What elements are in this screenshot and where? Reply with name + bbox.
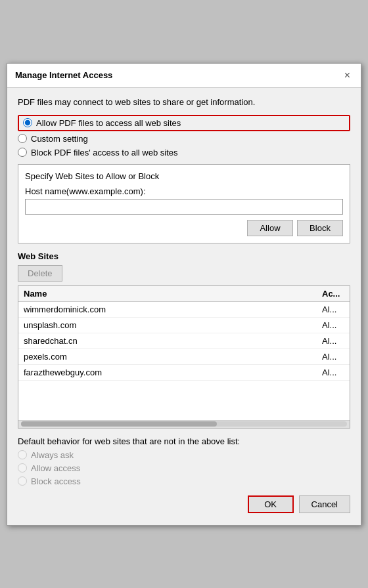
radio-block-all-label: Block PDF files' access to all web sites <box>31 148 178 158</box>
radio-block-access[interactable]: Block access <box>18 476 350 486</box>
default-behavior-title: Default behavior for web sites that are … <box>18 436 350 446</box>
radio-always-ask-label: Always ask <box>31 450 74 460</box>
close-button[interactable]: × <box>342 70 353 81</box>
table-row[interactable]: sharedchat.cn Al... <box>18 333 350 349</box>
table-row[interactable]: wimmerdominick.com Al... <box>18 302 350 318</box>
dialog-title: Manage Internet Access <box>15 70 112 80</box>
radio-custom-label: Custom setting <box>31 134 88 144</box>
row-4-name: pexels.com <box>18 349 317 364</box>
table-row[interactable]: unsplash.com Al... <box>18 318 350 333</box>
radio-allow-all[interactable]: Allow PDF files to access all web sites <box>18 115 350 131</box>
manage-internet-access-dialog: Manage Internet Access × PDF files may c… <box>7 63 361 526</box>
col-name-header: Name <box>18 286 317 301</box>
radio-custom[interactable]: Custom setting <box>18 134 350 144</box>
scrollbar-thumb[interactable] <box>21 421 217 427</box>
radio-custom-input[interactable] <box>18 134 27 143</box>
block-button[interactable]: Block <box>297 220 343 236</box>
web-sites-section: Web Sites Delete Name Ac... wimmerdomini… <box>18 251 350 429</box>
row-2-access: Al... <box>317 318 350 333</box>
host-label: Host name(www.example.com): <box>25 186 343 196</box>
row-1-name: wimmerdominick.com <box>18 302 317 317</box>
dialog-body: PDF files may connect to web sites to sh… <box>7 88 361 525</box>
radio-block-access-input[interactable] <box>18 476 27 486</box>
web-sites-table: Name Ac... wimmerdominick.com Al... unsp… <box>18 285 350 429</box>
ok-button[interactable]: OK <box>248 495 294 513</box>
horizontal-scrollbar[interactable] <box>18 420 350 428</box>
specify-title: Specify Web Sites to Allow or Block <box>25 171 343 181</box>
table-row[interactable]: pexels.com Al... <box>18 349 350 365</box>
allow-button[interactable]: Allow <box>247 220 293 236</box>
radio-allow-access-input[interactable] <box>18 463 27 472</box>
delete-button[interactable]: Delete <box>18 265 62 282</box>
row-5-access: Al... <box>317 365 350 380</box>
host-input[interactable] <box>25 199 343 215</box>
radio-block-access-label: Block access <box>31 476 81 486</box>
col-access-header: Ac... <box>317 286 350 301</box>
radio-allow-all-label: Allow PDF files to access all web sites <box>36 118 181 128</box>
web-sites-title: Web Sites <box>18 251 350 261</box>
radio-block-all-input[interactable] <box>18 148 27 157</box>
table-row[interactable]: farazthewebguy.com Al... <box>18 365 350 381</box>
row-3-name: sharedchat.cn <box>18 333 317 348</box>
table-body: wimmerdominick.com Al... unsplash.com Al… <box>18 302 350 420</box>
radio-always-ask-input[interactable] <box>18 450 27 459</box>
table-header: Name Ac... <box>18 286 350 302</box>
row-2-name: unsplash.com <box>18 318 317 333</box>
row-1-access: Al... <box>317 302 350 317</box>
radio-allow-all-input[interactable] <box>23 118 32 127</box>
row-5-name: farazthewebguy.com <box>18 365 317 380</box>
default-behavior-section: Default behavior for web sites that are … <box>18 436 350 486</box>
radio-allow-access[interactable]: Allow access <box>18 463 350 473</box>
radio-block-all[interactable]: Block PDF files' access to all web sites <box>18 148 350 158</box>
title-bar: Manage Internet Access × <box>7 64 361 88</box>
row-3-access: Al... <box>317 333 350 348</box>
radio-always-ask[interactable]: Always ask <box>18 450 350 460</box>
scrollbar-track <box>21 421 347 427</box>
row-4-access: Al... <box>317 349 350 364</box>
allow-block-row: Allow Block <box>25 220 343 236</box>
bottom-buttons: OK Cancel <box>18 495 350 516</box>
description-text: PDF files may connect to web sites to sh… <box>18 97 350 107</box>
radio-allow-access-label: Allow access <box>31 463 80 473</box>
specify-section: Specify Web Sites to Allow or Block Host… <box>18 164 350 243</box>
cancel-button[interactable]: Cancel <box>299 495 350 513</box>
